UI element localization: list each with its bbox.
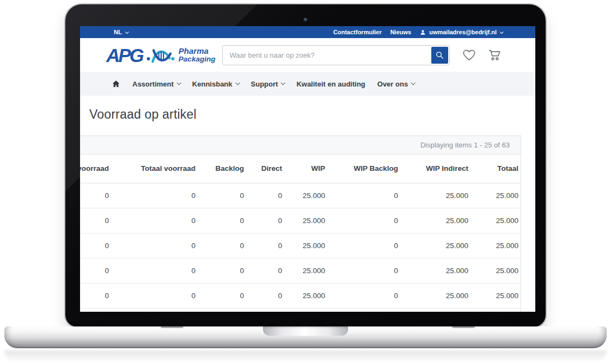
column-header-direct[interactable]: Direct (247, 155, 285, 183)
nav-item-label: Support (251, 80, 278, 88)
chevron-down-icon (176, 81, 181, 85)
cell: 0 (328, 183, 401, 208)
cell: 0 (328, 283, 401, 308)
dna-helix-icon (146, 45, 175, 66)
search-input[interactable] (223, 51, 430, 59)
cell: 25.000 (285, 283, 328, 308)
nav-item-support[interactable]: Support (251, 80, 285, 88)
cart-button[interactable] (487, 48, 502, 62)
topbar-link-contactformulier[interactable]: Contactformulier (333, 29, 382, 35)
chevron-down-icon (125, 30, 129, 34)
nav-item-label: Over ons (377, 80, 408, 88)
nav-item-over-ons[interactable]: Over ons (377, 80, 414, 88)
wishlist-button[interactable] (462, 48, 476, 62)
laptop-mockup: NL Contactformulier Nieuws uwmailadres@b… (0, 0, 611, 364)
column-header-wip[interactable]: WIP (285, 155, 328, 183)
user-icon (420, 29, 426, 35)
table-summary-text: Displaying items 1 - 25 of 63 (420, 141, 510, 149)
nav-item-assortiment[interactable]: Assortiment (132, 80, 180, 88)
table-row: 0 0 0 0 25.000 0 25.000 25.000 (80, 283, 521, 308)
cell: 0 (112, 283, 198, 308)
column-header-totaal[interactable]: Totaal (471, 155, 521, 183)
cell: 0 (198, 183, 247, 208)
site-header: APG Pharma P (80, 38, 535, 72)
cell: 0 (112, 258, 198, 283)
column-header-wip-backlog[interactable]: WIP Backlog (328, 155, 401, 183)
cell: 0 (112, 208, 198, 233)
column-header-voorraad[interactable]: voorraad (80, 155, 112, 183)
partial-table-row (80, 308, 521, 312)
page-title: Voorraad op artikel (80, 96, 535, 122)
logo[interactable]: APG Pharma P (106, 44, 215, 66)
cell: 0 (328, 233, 401, 258)
stock-table: Displaying items 1 - 25 of 63 voorraad T… (80, 135, 521, 312)
laptop-notch (263, 326, 348, 336)
main-nav: Assortiment Kennisbank Support Kwaliteit… (80, 72, 535, 96)
table-row: 0 0 0 0 25.000 0 25.000 25.000 (80, 208, 521, 233)
cell: 0 (198, 258, 247, 283)
logo-tagline-top: Pharma (179, 47, 216, 55)
cell: 25.000 (401, 183, 471, 208)
nav-item-label: Kwaliteit en auditing (296, 80, 365, 88)
cell: 0 (247, 233, 285, 258)
cell: 25.000 (401, 208, 471, 233)
topbar: NL Contactformulier Nieuws uwmailadres@b… (80, 26, 535, 38)
cell: 25.000 (285, 183, 328, 208)
cell: 25.000 (471, 183, 521, 208)
language-selector[interactable]: NL (114, 29, 128, 35)
cell: 0 (328, 208, 401, 233)
cart-icon (487, 48, 502, 62)
search-bar (222, 45, 450, 65)
topbar-link-nieuws[interactable]: Nieuws (390, 29, 412, 35)
webcam-icon (303, 17, 308, 22)
cell: 0 (247, 258, 285, 283)
cell: 25.000 (401, 283, 471, 308)
laptop-base (4, 326, 607, 348)
cell: 0 (80, 233, 112, 258)
cell: 0 (247, 208, 285, 233)
logo-acronym: APG (106, 46, 143, 65)
search-button[interactable] (431, 47, 448, 64)
table-row: 0 0 0 0 25.000 0 25.000 25.000 (80, 183, 521, 208)
topbar-links: Contactformulier Nieuws uwmailadres@bedr… (333, 29, 535, 35)
laptop-reflection (4, 350, 607, 362)
cell: 0 (80, 183, 112, 208)
chevron-down-icon (411, 81, 416, 85)
cell: 25.000 (471, 208, 521, 233)
cell: 0 (112, 233, 198, 258)
table-row: 0 0 0 0 25.000 0 25.000 25.000 (80, 233, 521, 258)
chevron-down-icon (500, 30, 504, 34)
nav-item-kennisbank[interactable]: Kennisbank (192, 80, 239, 88)
nav-item-kwaliteit-en-auditing[interactable]: Kwaliteit en auditing (296, 80, 365, 88)
table-row: 0 0 0 0 25.000 0 25.000 25.000 (80, 258, 521, 283)
cell: 25.000 (401, 233, 471, 258)
column-header-totaal-voorraad[interactable]: Totaal voorraad (112, 155, 198, 183)
logo-tagline: Pharma Packaging (179, 47, 216, 63)
nav-item-label: Kennisbank (192, 80, 233, 88)
main-content: Voorraad op artikel Displaying items 1 -… (80, 96, 535, 312)
cell: 0 (328, 258, 401, 283)
laptop-screen-bezel: NL Contactformulier Nieuws uwmailadres@b… (65, 4, 546, 327)
heart-icon (462, 48, 476, 62)
hinge-mark (161, 326, 184, 328)
column-header-backlog[interactable]: Backlog (198, 155, 247, 183)
table-header-row: voorraad Totaal voorraad Backlog Direct … (80, 155, 521, 183)
cell: 0 (198, 283, 247, 308)
language-label: NL (114, 29, 122, 35)
chevron-down-icon (281, 81, 285, 85)
search-icon (435, 51, 444, 60)
cell: 25.000 (471, 233, 521, 258)
account-menu[interactable]: uwmailadres@bedrijf.nl (420, 29, 503, 35)
cell: 25.000 (285, 233, 328, 258)
cell: 0 (247, 183, 285, 208)
cell: 25.000 (285, 208, 328, 233)
cell: 25.000 (471, 258, 521, 283)
nav-item-label: Assortiment (132, 80, 174, 88)
account-email: uwmailadres@bedrijf.nl (429, 29, 497, 35)
nav-home[interactable] (112, 79, 120, 88)
cell: 0 (112, 183, 198, 208)
cell: 0 (80, 208, 112, 233)
column-header-wip-indirect[interactable]: WIP Indirect (401, 155, 471, 183)
logo-tagline-bottom: Packaging (179, 55, 216, 63)
hinge-mark (452, 326, 475, 328)
